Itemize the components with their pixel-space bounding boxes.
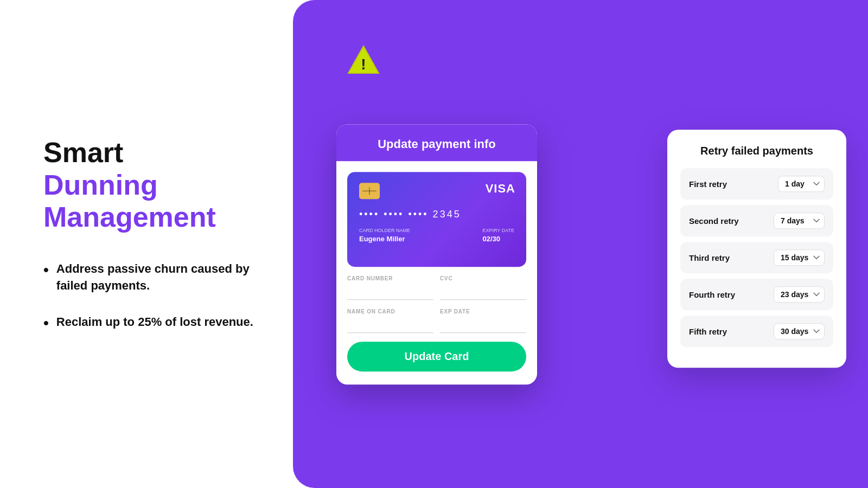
payment-form-card: Update payment info VISA •••• •••• •••• … — [336, 124, 537, 384]
cvc-field: CVC — [440, 275, 526, 300]
name-label: NAME ON CARD — [347, 309, 433, 314]
retry-select-2[interactable]: 3 days 7 days 14 days — [774, 213, 825, 229]
cvc-label: CVC — [440, 275, 526, 281]
bullet-item-1: Address passive churn caused by failed p… — [43, 261, 260, 294]
name-field: NAME ON CARD — [347, 309, 433, 333]
card-chip — [359, 183, 380, 199]
retry-panel: Retry failed payments First retry 1 day … — [667, 130, 846, 368]
credit-card-visual: VISA •••• •••• •••• 2345 Card Holder nam… — [347, 172, 526, 267]
exp-date-label: EXP DATE — [440, 309, 526, 314]
warning-icon: ! — [347, 43, 380, 76]
headline-line3: Management — [43, 201, 216, 233]
retry-label-2: Second retry — [689, 216, 739, 226]
retry-label-5: Fifth retry — [689, 327, 727, 336]
retry-label-1: First retry — [689, 179, 727, 189]
retry-select-1[interactable]: 1 day 3 days 7 days — [778, 176, 825, 192]
left-panel: Smart Dunning Management Address passive… — [0, 0, 293, 488]
card-number-label: CARD NUMBER — [347, 275, 433, 281]
expiry-label: Expiry Date — [482, 228, 514, 233]
card-number-display: •••• •••• •••• 2345 — [359, 209, 514, 220]
right-panel: ! Update payment info VISA •••• •••• •••… — [293, 0, 868, 488]
expiry-value: 02/30 — [482, 235, 514, 243]
holder-label: Card Holder name — [359, 228, 410, 233]
headline: Smart Dunning Management — [43, 137, 260, 234]
exp-date-field: EXP DATE — [440, 309, 526, 333]
retry-item-2: Second retry 3 days 7 days 14 days — [680, 205, 833, 236]
payment-form-header: Update payment info — [336, 124, 537, 161]
retry-label-3: Third retry — [689, 253, 730, 262]
form-fields: CARD NUMBER CVC NAME ON CARD EXP DATE — [336, 275, 537, 333]
update-card-button[interactable]: Update Card — [347, 342, 526, 371]
retry-select-3[interactable]: 10 days 15 days 21 days — [774, 249, 825, 266]
bullet-list: Address passive churn caused by failed p… — [43, 261, 260, 351]
visa-label: VISA — [486, 182, 515, 196]
retry-select-4[interactable]: 20 days 23 days 30 days — [774, 286, 825, 303]
retry-item-1: First retry 1 day 3 days 7 days — [680, 168, 833, 200]
holder-value: Eugene Miller — [359, 235, 410, 243]
bullet-item-2: Reclaim up to 25% of lost revenue. — [43, 314, 260, 332]
headline-line2: Dunning — [43, 169, 158, 201]
retry-item-5: Fifth retry 25 days 30 days 45 days — [680, 316, 833, 347]
retry-panel-title: Retry failed payments — [680, 145, 833, 157]
retry-select-5[interactable]: 25 days 30 days 45 days — [774, 323, 825, 339]
retry-label-4: Fourth retry — [689, 290, 735, 299]
retry-item-3: Third retry 10 days 15 days 21 days — [680, 242, 833, 273]
headline-line1: Smart — [43, 137, 123, 168]
retry-item-4: Fourth retry 20 days 23 days 30 days — [680, 279, 833, 310]
svg-text:!: ! — [361, 56, 366, 73]
card-number-field: CARD NUMBER — [347, 275, 433, 300]
